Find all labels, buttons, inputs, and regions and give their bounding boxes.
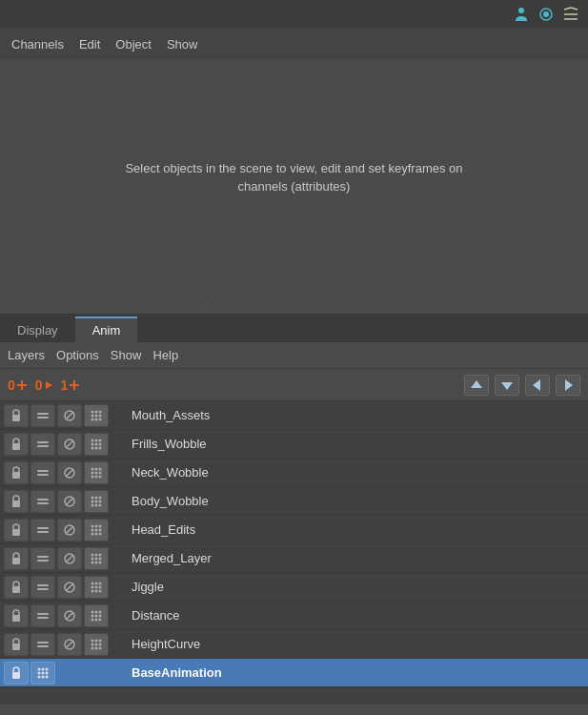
disable-icon[interactable] — [57, 404, 82, 427]
svg-point-39 — [99, 446, 102, 449]
dots-icon[interactable] — [84, 576, 109, 599]
svg-point-24 — [95, 418, 98, 420]
layer-row[interactable]: Frills_Wobble — [0, 430, 588, 459]
svg-marker-8 — [471, 380, 482, 388]
layers-menu-options[interactable]: Options — [56, 348, 99, 362]
layer-row[interactable]: Distance — [0, 602, 588, 630]
lock-icon[interactable] — [4, 490, 29, 513]
solo-icon[interactable] — [30, 490, 55, 513]
layer-row[interactable]: Mouth_Assets — [0, 401, 588, 430]
disable-icon[interactable] — [57, 433, 82, 456]
menu-channels[interactable]: Channels — [11, 37, 64, 51]
tab-display[interactable]: Display — [0, 317, 75, 342]
layers-menu-show[interactable]: Show — [111, 348, 142, 362]
layer-row[interactable]: Merged_Layer — [0, 544, 588, 573]
svg-point-51 — [91, 475, 94, 478]
svg-point-22 — [99, 414, 102, 417]
solo-icon[interactable] — [30, 547, 55, 570]
svg-point-2 — [543, 11, 549, 17]
solo-icon[interactable] — [30, 461, 55, 484]
dots-icon[interactable] — [84, 490, 109, 513]
svg-point-129 — [91, 639, 94, 642]
divider-dots: · · · · · · · · · · · · · · · · · · · · … — [0, 296, 588, 314]
solo-icon[interactable] — [30, 576, 55, 599]
svg-point-18 — [95, 410, 98, 413]
disable-icon[interactable] — [57, 490, 82, 513]
layers-menu-help[interactable]: Help — [152, 348, 178, 362]
layer-row[interactable]: HeightCurve — [0, 630, 588, 659]
disable-icon[interactable] — [57, 576, 82, 599]
disable-icon[interactable] — [57, 604, 82, 627]
anim-toolbar: 0 0 1 — [0, 369, 588, 401]
svg-point-94 — [95, 561, 98, 563]
record-icon[interactable] — [537, 5, 556, 24]
top-bar-icons — [512, 5, 580, 24]
layer-name: HeightCurve — [124, 637, 588, 651]
solo-icon[interactable] — [30, 433, 55, 456]
layer-row-selected[interactable]: BaseAnimation — [0, 659, 588, 687]
arrow-right-btn[interactable] — [556, 375, 580, 396]
arrow-left-btn[interactable] — [525, 375, 550, 396]
lock-icon[interactable] — [4, 576, 29, 599]
tab-anim[interactable]: Anim — [75, 317, 138, 342]
solo-icon[interactable] — [30, 633, 55, 656]
dots-icon[interactable] — [84, 547, 109, 570]
svg-point-75 — [99, 524, 102, 527]
disable-icon[interactable] — [57, 633, 82, 656]
layers-toolbar: Layers Options Show Help — [0, 342, 588, 369]
layers-menu-layers[interactable]: Layers — [8, 348, 45, 362]
svg-point-143 — [42, 671, 45, 674]
lock-icon[interactable] — [4, 633, 29, 656]
layer-name: Body_Wobble — [124, 494, 588, 508]
dots-icon[interactable] — [84, 519, 109, 541]
lock-icon[interactable] — [4, 547, 29, 570]
svg-point-63 — [95, 500, 98, 502]
layer-name: Neck_Wobble — [124, 465, 588, 480]
lock-icon[interactable] — [4, 662, 29, 684]
lock-icon[interactable] — [4, 404, 29, 427]
dots-icon[interactable] — [84, 404, 109, 427]
anim-btn-1-plus[interactable]: 1 — [61, 378, 81, 393]
solo-icon[interactable] — [30, 519, 55, 541]
layer-row[interactable]: Neck_Wobble — [0, 459, 588, 487]
layer-row[interactable]: Body_Wobble — [0, 487, 588, 516]
lock-icon[interactable] — [4, 461, 29, 484]
svg-point-140 — [42, 667, 45, 670]
svg-line-44 — [66, 469, 73, 477]
lock-icon[interactable] — [4, 433, 29, 456]
anim-btn-0-play[interactable]: 0 — [35, 378, 53, 393]
svg-point-25 — [99, 418, 102, 420]
dots-icon[interactable] — [84, 604, 109, 627]
svg-point-78 — [99, 528, 102, 531]
svg-rect-28 — [37, 445, 49, 447]
dots-icon[interactable] — [84, 633, 109, 656]
menu-edit[interactable]: Edit — [79, 37, 100, 51]
arrow-down-btn[interactable] — [495, 375, 519, 396]
dots-icon[interactable] — [84, 433, 109, 456]
disable-icon[interactable] — [57, 461, 82, 484]
svg-line-30 — [66, 440, 73, 448]
svg-marker-10 — [533, 379, 540, 391]
svg-point-119 — [95, 614, 98, 617]
arrow-up-btn[interactable] — [464, 375, 489, 396]
lock-icon[interactable] — [4, 604, 29, 627]
svg-point-77 — [95, 528, 98, 531]
menu-object[interactable]: Object — [115, 37, 152, 51]
svg-point-52 — [95, 475, 98, 478]
solo-icon[interactable] — [30, 604, 55, 627]
disable-icon[interactable] — [57, 519, 82, 541]
menu-show[interactable]: Show — [167, 37, 198, 51]
disable-icon[interactable] — [57, 547, 82, 570]
solo-icon[interactable] — [30, 404, 55, 427]
collapse-icon[interactable] — [561, 5, 580, 24]
lock-icon[interactable] — [4, 519, 29, 541]
dots-icon[interactable] — [30, 662, 55, 684]
svg-point-92 — [99, 557, 102, 560]
dots-icon[interactable] — [84, 461, 109, 484]
anim-btn-0-plus[interactable]: 0 — [8, 378, 28, 393]
layer-row[interactable]: Jiggle — [0, 573, 588, 602]
person-icon[interactable] — [512, 5, 531, 24]
layer-row[interactable]: Head_Edits — [0, 516, 588, 544]
svg-line-16 — [66, 412, 73, 419]
svg-point-20 — [91, 414, 94, 417]
